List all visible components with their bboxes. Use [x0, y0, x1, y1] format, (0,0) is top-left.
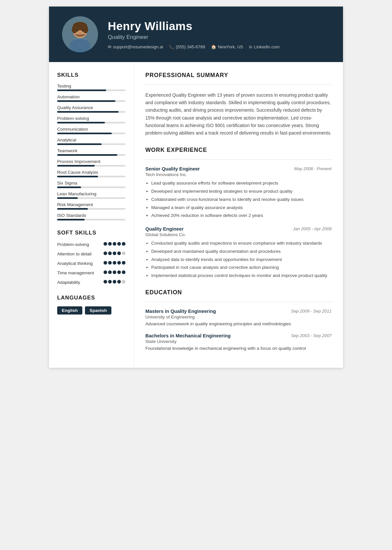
dot — [104, 242, 107, 246]
skill-name: Lean Manufacturing — [57, 191, 125, 196]
skill-dots — [104, 261, 125, 265]
education-title: EDUCATION — [145, 289, 332, 297]
email-contact: ✉ support@resumedesign.ai — [108, 44, 163, 49]
skill-bar-fill — [57, 154, 117, 156]
skills-list: Testing Automation Quality Assurance Pro… — [57, 84, 125, 220]
svg-point-5 — [72, 25, 77, 33]
skill-name: Root Cause Analysis — [57, 170, 125, 175]
job-item: Quality Engineer Jan 2005 - Apr 2008 Glo… — [145, 226, 332, 279]
job-bullet: Analyzed data to identify trends and opp… — [151, 256, 332, 263]
summary-title: PROFESSIONAL SUMMARY — [145, 72, 332, 80]
education-divider — [145, 302, 332, 302]
avatar — [62, 16, 98, 52]
summary-divider — [145, 85, 332, 85]
linkedin-icon: in — [249, 44, 252, 49]
soft-skill-item: Analytical thinking — [57, 260, 125, 267]
job-bullet: Achieved 20% reduction in software defec… — [151, 212, 332, 219]
skill-bar — [57, 133, 125, 134]
skill-item: Root Cause Analysis — [57, 170, 125, 177]
dot — [108, 251, 112, 255]
skills-section-title: SKILLS — [57, 72, 125, 78]
edu-date: Sep 2003 - Sep 2007 — [291, 333, 332, 338]
skill-bar — [57, 186, 125, 188]
soft-skill-item: Time management — [57, 270, 125, 276]
skill-item: Problem-solving — [57, 116, 125, 123]
svg-point-7 — [77, 30, 78, 32]
skill-name: ISO Standards — [57, 213, 125, 218]
edu-desc: Advanced coursework in quality engineeri… — [145, 321, 332, 327]
dot — [122, 270, 125, 274]
skill-item: Teamwork — [57, 148, 125, 156]
svg-point-6 — [83, 25, 88, 33]
skill-bar-fill — [57, 133, 112, 134]
skill-bar — [57, 122, 125, 123]
dot — [122, 251, 125, 255]
skill-item: ISO Standards — [57, 213, 125, 220]
dot — [113, 270, 116, 274]
soft-skill-name: Analytical thinking — [57, 260, 101, 267]
header-info: Henry Williams Quality Engineer ✉ suppor… — [108, 20, 280, 49]
skill-dots — [104, 280, 125, 283]
job-bullet: Lead quality assurance efforts for softw… — [151, 180, 332, 187]
summary-text: Experienced Quality Engineer with 13 yea… — [145, 91, 332, 137]
job-item: Senior Quality Engineer May 2008 - Prese… — [145, 166, 332, 219]
dot — [122, 280, 125, 283]
edu-school: University of Engineering — [145, 315, 332, 319]
skill-dots — [104, 251, 125, 255]
education-list: Masters in Quality Engineering Sep 2009 … — [145, 309, 332, 352]
skill-bar — [57, 219, 125, 220]
dot — [104, 270, 107, 274]
skill-bar-fill — [57, 165, 95, 167]
dot — [113, 261, 116, 265]
svg-point-9 — [79, 32, 81, 34]
phone-icon: 📞 — [169, 44, 174, 49]
soft-skill-item: Attention to detail — [57, 251, 125, 257]
jobs-list: Senior Quality Engineer May 2008 - Prese… — [145, 166, 332, 279]
soft-skill-name: Problem-solving — [57, 241, 101, 248]
work-divider — [145, 159, 332, 160]
job-bullet: Conducted quality audits and inspections… — [151, 240, 332, 247]
skill-name: Testing — [57, 84, 125, 89]
skill-bar — [57, 197, 125, 199]
education-item: Masters in Quality Engineering Sep 2009 … — [145, 309, 332, 327]
skill-bar — [57, 154, 125, 156]
skill-bar-fill — [57, 122, 105, 123]
skill-name: Risk Management — [57, 202, 125, 207]
location-contact: 🏠 NewYork, US — [211, 44, 243, 49]
skill-bar-fill — [57, 143, 102, 145]
soft-skill-name: Attention to detail — [57, 251, 101, 257]
job-bullets: Lead quality assurance efforts for softw… — [145, 180, 332, 219]
dot — [104, 251, 107, 255]
dot — [113, 251, 116, 255]
dot — [104, 261, 107, 265]
svg-point-8 — [82, 30, 84, 32]
skill-item: Testing — [57, 84, 125, 91]
skill-dots — [104, 270, 125, 274]
phone-contact: 📞 (555) 345-6789 — [169, 44, 205, 49]
skill-bar-fill — [57, 219, 85, 220]
job-bullet: Developed and implemented testing strate… — [151, 188, 332, 195]
job-date: Jan 2005 - Apr 2008 — [293, 226, 332, 231]
skill-bar-fill — [57, 100, 115, 102]
skill-item: Six Sigma — [57, 181, 125, 188]
dot — [108, 242, 112, 246]
soft-skills-section-title: SOFT SKILLS — [57, 230, 125, 236]
languages-section-title: LANGUAGES — [57, 295, 125, 301]
job-bullet: Participated in root cause analysis and … — [151, 264, 332, 271]
skill-bar — [57, 89, 125, 91]
header-contacts: ✉ support@resumedesign.ai 📞 (555) 345-67… — [108, 44, 280, 49]
job-title: Quality Engineer — [145, 226, 184, 232]
skill-bar — [57, 100, 125, 102]
dot — [108, 270, 112, 274]
soft-skill-item: Adaptability — [57, 279, 125, 285]
linkedin-contact: in LinkedIn.com — [249, 44, 279, 49]
email-icon: ✉ — [108, 44, 111, 49]
job-title: Senior Quality Engineer — [145, 166, 200, 171]
skill-item: Lean Manufacturing — [57, 191, 125, 199]
skill-name: Automation — [57, 94, 125, 99]
svg-point-10 — [77, 34, 83, 37]
sidebar: SKILLS Testing Automation Quality Assura… — [49, 62, 134, 368]
skill-name: Process Improvement — [57, 159, 125, 164]
svg-point-2 — [70, 39, 90, 52]
edu-header: Bachelors in Mechanical Engineering Sep … — [145, 333, 332, 338]
